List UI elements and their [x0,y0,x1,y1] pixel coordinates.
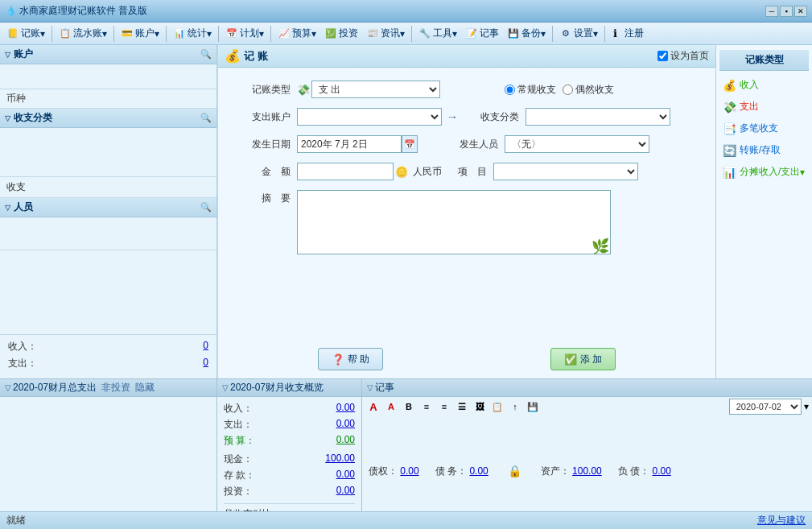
homepage-checkbox-label[interactable]: 设为首页 [657,49,709,63]
creditor-value[interactable]: 0.00 [400,465,418,477]
notes-image[interactable]: 🖼 [472,399,488,415]
account-search-icon[interactable]: 🔍 [200,49,212,60]
notes-bold[interactable]: B [401,399,417,415]
add-button[interactable]: ✅ 添 加 [550,348,616,370]
minimize-button[interactable]: ─ [765,6,778,17]
sep3 [166,26,167,42]
notes-clipboard[interactable]: 📋 [489,399,505,415]
type-select[interactable]: 支 出 收 入 [311,81,440,98]
overview-arrow: ▽ [222,383,229,392]
add-label: 添 加 [580,353,602,366]
person-select[interactable]: 〈无〉 [505,135,649,153]
overview-header: ▽ 2020-07财月收支概览 [217,379,361,397]
notes-save[interactable]: 💾 [525,399,541,415]
date-picker-button[interactable]: 📅 [402,135,418,153]
memo-container: 🌿 [297,190,611,257]
menu-tools[interactable]: 🔧 工具 ▾ [415,25,460,42]
ov-expense-value[interactable]: 0.00 [336,418,355,432]
menu-news[interactable]: 📰 资讯 ▾ [363,25,408,42]
person-search-icon[interactable]: 🔍 [200,202,212,213]
panel-title: 记 账 [244,49,268,64]
lock-icon[interactable]: 🔒 [508,465,521,477]
menu-backup[interactable]: 💾 备份 ▾ [504,25,549,42]
notes-font-a2[interactable]: A [383,399,399,415]
non-investment-link[interactable]: 非投资 [101,381,130,395]
help-button[interactable]: ❓ 帮 助 [318,348,383,370]
assets-label: 资产： [541,465,570,477]
menu-invest[interactable]: 💹 投资 [321,25,361,42]
person-label: 发生人员 [442,138,498,151]
notes-up[interactable]: ↑ [507,399,523,415]
memo-label: 摘 要 [234,190,291,205]
ov-investment-value[interactable]: 0.00 [336,485,355,498]
type-expense[interactable]: 💸 支出 [719,96,809,118]
notes-date-arrow[interactable]: ▾ [804,401,809,412]
notes-align-left[interactable]: ≡ [418,399,435,415]
income-total-value[interactable]: 0 [203,340,208,353]
notes-font-a[interactable]: A [365,399,381,415]
menu-bar: 📒 记账 ▾ 📋 流水账 ▾ 💳 账户 ▾ 📊 统计 ▾ 📅 计划 ▾ 📈 预算… [0,23,812,45]
notes-align-center[interactable]: ≡ [436,399,452,415]
debtor-value[interactable]: 0.00 [469,465,488,477]
category-header[interactable]: ▽ 收支分类 🔍 [0,109,216,128]
feedback-link[interactable]: 意见与建议 [757,514,806,527]
ov-deposit-value[interactable]: 0.00 [336,469,355,482]
multi-icon: 📑 [723,122,736,135]
project-select[interactable] [493,163,638,180]
type-multi[interactable]: 📑 多笔收支 [719,118,809,139]
restore-button[interactable]: ▪ [780,6,793,17]
ov-income-value[interactable]: 0.00 [336,402,355,415]
in-out-category-label: 收支分类 [463,110,519,124]
register-label: 注册 [624,27,644,40]
type-transfer[interactable]: 🔄 转账/存取 [719,139,809,161]
notes-date-select[interactable]: 2020-07-02 [729,399,802,415]
debtor-section: 债 务： 0.00 [435,465,488,478]
menu-liushui[interactable]: 📋 流水账 ▾ [56,25,110,42]
category-search-icon[interactable]: 🔍 [200,113,212,123]
menu-jizh[interactable]: 📒 记账 ▾ [3,25,48,42]
menu-notes[interactable]: 📝 记事 [462,25,502,42]
out-account-select[interactable] [297,108,442,126]
type-panel: 记账类型 💰 收入 💸 支出 📑 多笔收支 🔄 转账/存取 📊 分摊收入/支出 … [715,45,812,378]
regular-radio-label[interactable]: 常规收支 [505,83,556,97]
occasional-radio[interactable] [563,85,573,95]
assets-value[interactable]: 100.00 [572,465,602,477]
occasional-radio-label[interactable]: 偶然收支 [563,83,614,97]
category-section: ▽ 收支分类 🔍 [0,109,216,177]
menu-account[interactable]: 💳 账户 ▾ [117,25,163,42]
income-total-label: 收入： [8,340,37,353]
menu-plan[interactable]: 📅 计划 ▾ [222,25,267,42]
category-select[interactable] [526,108,670,126]
account-icon: 💳 [121,27,134,40]
close-button[interactable]: ✕ [794,6,807,17]
account-content [0,64,216,89]
panel-header-right: 设为首页 [657,49,709,63]
account-header[interactable]: ▽ 账户 🔍 [0,45,216,64]
ov-cash-value[interactable]: 100.00 [325,453,355,466]
hidden-link[interactable]: 隐藏 [135,381,155,395]
amount-input[interactable] [297,163,394,180]
menu-settings[interactable]: ⚙ 设置 ▾ [556,25,601,42]
notes-list[interactable]: ☰ [454,399,470,415]
regular-radio[interactable] [505,85,515,95]
person-header[interactable]: ▽ 人员 🔍 [0,198,216,217]
ov-budget-value[interactable]: 0.00 [336,434,355,448]
expense-total-value[interactable]: 0 [203,357,208,370]
menu-budget[interactable]: 📈 预算 ▾ [274,25,319,42]
income-type-radios: 常规收支 偶然收支 [505,83,614,97]
ov-deposit-label: 存 款： [224,469,255,482]
arrow-icon: → [447,110,458,123]
creditor-section: 债权： 0.00 [369,465,419,478]
menu-stats[interactable]: 📊 统计 ▾ [170,25,215,42]
liabilities-value[interactable]: 0.00 [652,465,670,477]
ov-income-row: 收入： 0.00 [224,402,355,415]
type-income[interactable]: 💰 收入 [719,74,809,96]
date-input[interactable] [297,135,402,153]
ov-income-label: 收入： [224,402,253,415]
ov-cash-row: 现金： 100.00 [224,453,355,466]
type-split[interactable]: 📊 分摊收入/支出 ▾ [719,161,809,183]
homepage-checkbox[interactable] [657,51,668,61]
memo-textarea[interactable] [297,190,611,254]
date-field: 📅 [297,135,418,153]
button-area: ❓ 帮 助 ✅ 添 加 [218,340,715,378]
